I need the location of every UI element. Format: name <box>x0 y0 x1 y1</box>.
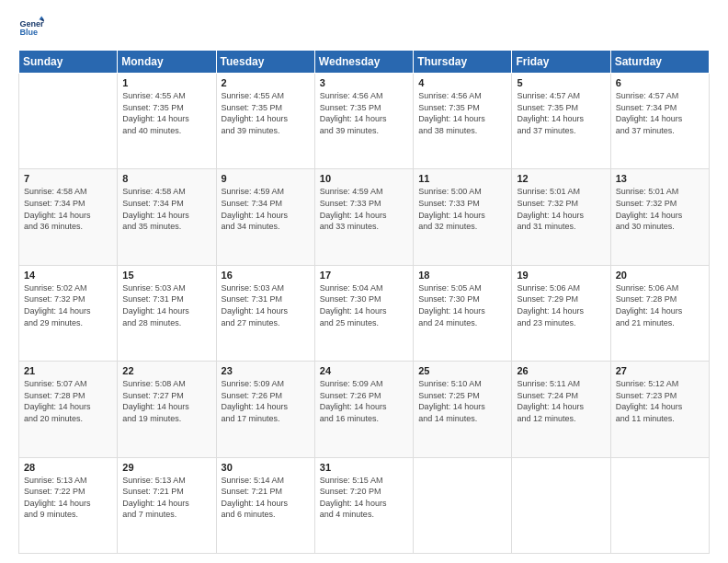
logo-icon: General Blue <box>18 15 44 40</box>
day-content: Sunrise: 5:07 AM Sunset: 7:28 PM Dayligh… <box>24 378 112 424</box>
day-number: 10 <box>320 173 408 184</box>
day-content: Sunrise: 5:15 AM Sunset: 7:20 PM Dayligh… <box>320 475 408 521</box>
day-content: Sunrise: 5:00 AM Sunset: 7:33 PM Dayligh… <box>418 186 506 232</box>
day-number: 31 <box>320 462 408 473</box>
header: General Blue <box>18 15 710 40</box>
calendar-cell: 6Sunrise: 4:57 AM Sunset: 7:34 PM Daylig… <box>610 74 709 169</box>
day-number: 3 <box>320 77 408 88</box>
day-content: Sunrise: 4:57 AM Sunset: 7:34 PM Dayligh… <box>616 90 704 136</box>
day-content: Sunrise: 5:03 AM Sunset: 7:31 PM Dayligh… <box>222 282 310 328</box>
calendar-cell <box>414 457 512 553</box>
page: General Blue SundayMondayTuesdayWednesda… <box>0 0 728 563</box>
day-number: 13 <box>616 173 704 184</box>
day-number: 28 <box>24 462 112 473</box>
day-content: Sunrise: 5:06 AM Sunset: 7:28 PM Dayligh… <box>616 282 704 328</box>
day-content: Sunrise: 5:10 AM Sunset: 7:25 PM Dayligh… <box>418 378 506 424</box>
day-number: 4 <box>418 77 506 88</box>
day-number: 14 <box>24 270 112 281</box>
calendar-cell: 24Sunrise: 5:09 AM Sunset: 7:26 PM Dayli… <box>314 362 413 457</box>
svg-text:General: General <box>19 19 44 29</box>
calendar-cell: 25Sunrise: 5:10 AM Sunset: 7:25 PM Dayli… <box>414 362 512 457</box>
week-row: 1Sunrise: 4:55 AM Sunset: 7:35 PM Daylig… <box>19 74 710 169</box>
calendar-cell <box>19 74 118 169</box>
day-content: Sunrise: 5:04 AM Sunset: 7:30 PM Dayligh… <box>320 282 408 328</box>
calendar-cell: 2Sunrise: 4:55 AM Sunset: 7:35 PM Daylig… <box>216 74 314 169</box>
day-number: 7 <box>24 173 112 184</box>
calendar-cell: 17Sunrise: 5:04 AM Sunset: 7:30 PM Dayli… <box>314 265 413 361</box>
weekday-header: Wednesday <box>314 51 413 74</box>
day-number: 30 <box>222 462 310 473</box>
calendar-cell: 3Sunrise: 4:56 AM Sunset: 7:35 PM Daylig… <box>314 74 413 169</box>
calendar-cell: 30Sunrise: 5:14 AM Sunset: 7:21 PM Dayli… <box>216 457 314 553</box>
weekday-header: Tuesday <box>216 51 314 74</box>
calendar-cell: 21Sunrise: 5:07 AM Sunset: 7:28 PM Dayli… <box>19 362 118 457</box>
day-number: 27 <box>616 365 704 376</box>
day-number: 8 <box>122 173 210 184</box>
calendar-cell: 10Sunrise: 4:59 AM Sunset: 7:33 PM Dayli… <box>314 169 413 265</box>
calendar-table: SundayMondayTuesdayWednesdayThursdayFrid… <box>18 50 710 554</box>
calendar-cell: 15Sunrise: 5:03 AM Sunset: 7:31 PM Dayli… <box>118 265 216 361</box>
calendar-cell: 1Sunrise: 4:55 AM Sunset: 7:35 PM Daylig… <box>118 74 216 169</box>
calendar-cell: 11Sunrise: 5:00 AM Sunset: 7:33 PM Dayli… <box>414 169 512 265</box>
day-content: Sunrise: 4:56 AM Sunset: 7:35 PM Dayligh… <box>418 90 506 136</box>
calendar-cell: 29Sunrise: 5:13 AM Sunset: 7:21 PM Dayli… <box>118 457 216 553</box>
day-content: Sunrise: 4:58 AM Sunset: 7:34 PM Dayligh… <box>24 186 112 232</box>
calendar-cell: 14Sunrise: 5:02 AM Sunset: 7:32 PM Dayli… <box>19 265 118 361</box>
day-number: 20 <box>616 270 704 281</box>
calendar-cell: 26Sunrise: 5:11 AM Sunset: 7:24 PM Dayli… <box>512 362 610 457</box>
weekday-header: Thursday <box>414 51 512 74</box>
logo: General Blue <box>18 15 46 40</box>
svg-text:Blue: Blue <box>19 28 38 37</box>
day-number: 12 <box>517 173 605 184</box>
day-number: 29 <box>122 462 210 473</box>
day-number: 5 <box>517 77 605 88</box>
day-number: 18 <box>418 270 506 281</box>
day-content: Sunrise: 5:12 AM Sunset: 7:23 PM Dayligh… <box>616 378 704 424</box>
calendar-cell: 9Sunrise: 4:59 AM Sunset: 7:34 PM Daylig… <box>216 169 314 265</box>
header-row: SundayMondayTuesdayWednesdayThursdayFrid… <box>19 51 710 74</box>
day-content: Sunrise: 4:55 AM Sunset: 7:35 PM Dayligh… <box>122 90 210 136</box>
day-number: 21 <box>24 365 112 376</box>
weekday-header: Friday <box>512 51 610 74</box>
day-content: Sunrise: 5:01 AM Sunset: 7:32 PM Dayligh… <box>517 186 605 232</box>
day-number: 23 <box>222 365 310 376</box>
week-row: 7Sunrise: 4:58 AM Sunset: 7:34 PM Daylig… <box>19 169 710 265</box>
day-number: 19 <box>517 270 605 281</box>
calendar-cell: 22Sunrise: 5:08 AM Sunset: 7:27 PM Dayli… <box>118 362 216 457</box>
day-number: 15 <box>122 270 210 281</box>
calendar-cell: 27Sunrise: 5:12 AM Sunset: 7:23 PM Dayli… <box>610 362 709 457</box>
week-row: 28Sunrise: 5:13 AM Sunset: 7:22 PM Dayli… <box>19 457 710 553</box>
day-content: Sunrise: 5:09 AM Sunset: 7:26 PM Dayligh… <box>320 378 408 424</box>
day-content: Sunrise: 5:09 AM Sunset: 7:26 PM Dayligh… <box>222 378 310 424</box>
calendar-cell: 20Sunrise: 5:06 AM Sunset: 7:28 PM Dayli… <box>610 265 709 361</box>
calendar-cell: 23Sunrise: 5:09 AM Sunset: 7:26 PM Dayli… <box>216 362 314 457</box>
calendar-cell: 8Sunrise: 4:58 AM Sunset: 7:34 PM Daylig… <box>118 169 216 265</box>
week-row: 21Sunrise: 5:07 AM Sunset: 7:28 PM Dayli… <box>19 362 710 457</box>
day-content: Sunrise: 4:57 AM Sunset: 7:35 PM Dayligh… <box>517 90 605 136</box>
weekday-header: Sunday <box>19 51 118 74</box>
day-content: Sunrise: 5:05 AM Sunset: 7:30 PM Dayligh… <box>418 282 506 328</box>
weekday-header: Monday <box>118 51 216 74</box>
day-number: 2 <box>222 77 310 88</box>
day-content: Sunrise: 5:11 AM Sunset: 7:24 PM Dayligh… <box>517 378 605 424</box>
calendar-cell: 18Sunrise: 5:05 AM Sunset: 7:30 PM Dayli… <box>414 265 512 361</box>
calendar-cell: 5Sunrise: 4:57 AM Sunset: 7:35 PM Daylig… <box>512 74 610 169</box>
day-content: Sunrise: 5:02 AM Sunset: 7:32 PM Dayligh… <box>24 282 112 328</box>
day-number: 26 <box>517 365 605 376</box>
day-content: Sunrise: 5:13 AM Sunset: 7:21 PM Dayligh… <box>122 475 210 521</box>
day-content: Sunrise: 4:55 AM Sunset: 7:35 PM Dayligh… <box>222 90 310 136</box>
day-number: 17 <box>320 270 408 281</box>
calendar-cell: 28Sunrise: 5:13 AM Sunset: 7:22 PM Dayli… <box>19 457 118 553</box>
day-number: 11 <box>418 173 506 184</box>
week-row: 14Sunrise: 5:02 AM Sunset: 7:32 PM Dayli… <box>19 265 710 361</box>
calendar-cell: 16Sunrise: 5:03 AM Sunset: 7:31 PM Dayli… <box>216 265 314 361</box>
calendar-cell: 19Sunrise: 5:06 AM Sunset: 7:29 PM Dayli… <box>512 265 610 361</box>
day-content: Sunrise: 5:14 AM Sunset: 7:21 PM Dayligh… <box>222 475 310 521</box>
calendar-cell: 13Sunrise: 5:01 AM Sunset: 7:32 PM Dayli… <box>610 169 709 265</box>
day-content: Sunrise: 4:56 AM Sunset: 7:35 PM Dayligh… <box>320 90 408 136</box>
weekday-header: Saturday <box>610 51 709 74</box>
day-content: Sunrise: 5:06 AM Sunset: 7:29 PM Dayligh… <box>517 282 605 328</box>
day-number: 9 <box>222 173 310 184</box>
day-content: Sunrise: 4:58 AM Sunset: 7:34 PM Dayligh… <box>122 186 210 232</box>
day-content: Sunrise: 5:03 AM Sunset: 7:31 PM Dayligh… <box>122 282 210 328</box>
